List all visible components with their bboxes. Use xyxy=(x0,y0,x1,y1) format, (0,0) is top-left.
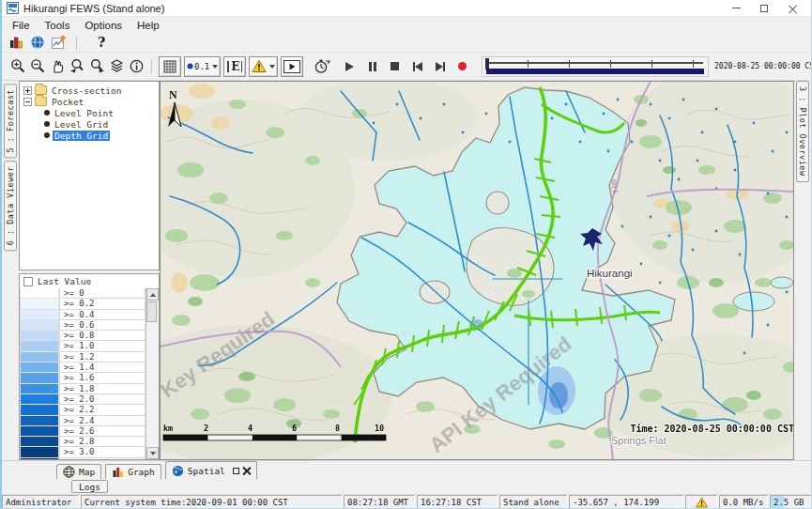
time-step-button[interactable] xyxy=(313,57,331,76)
collapse-icon[interactable] xyxy=(23,98,32,106)
bullet-icon xyxy=(44,132,50,138)
data-display-button[interactable] xyxy=(7,33,25,52)
record-button[interactable] xyxy=(454,59,470,74)
legend-row[interactable]: >= 2.0 xyxy=(20,394,146,405)
left-tab-strip: 5 : Forecast 6 : Data Viewer xyxy=(2,81,19,460)
zoom-out-button[interactable] xyxy=(28,57,47,76)
tree-item-depth-grid[interactable]: Depth Grid xyxy=(20,130,159,141)
expand-icon[interactable] xyxy=(23,86,32,95)
previous-frame-button[interactable] xyxy=(409,59,425,74)
legend-color-swatch xyxy=(20,288,59,299)
legend-row[interactable]: >= 0.4 xyxy=(20,310,146,320)
legend-row[interactable]: >= 2.4 xyxy=(20,416,146,426)
legend-row[interactable]: >= 0.8 xyxy=(20,331,146,341)
tree-item-pocket[interactable]: Pocket xyxy=(20,96,159,107)
tab-spatial[interactable]: Spatial xyxy=(165,461,257,479)
bottom-tab-bar: Map Graph Spatial xyxy=(2,460,811,479)
minimize-icon[interactable] xyxy=(722,0,750,16)
zoom-previous-button[interactable] xyxy=(68,57,86,76)
legend-row[interactable]: >= 1.6 xyxy=(20,373,146,383)
menu-item[interactable]: Tools xyxy=(38,19,78,32)
legend-row-label: >= 3.2 xyxy=(59,458,146,459)
tree-item-label: Pocket xyxy=(50,97,85,107)
status-network-speed: 0.0 MB/s xyxy=(719,495,768,509)
scroll-up-icon[interactable] xyxy=(146,288,159,301)
app-icon xyxy=(7,2,19,14)
legend-scrollbar[interactable] xyxy=(146,288,159,459)
help-button[interactable]: ? xyxy=(98,35,105,50)
main-area: 5 : Forecast 6 : Data Viewer Cross-secti… xyxy=(2,81,811,460)
logs-button[interactable]: Logs xyxy=(71,480,108,493)
tab-data-viewer[interactable]: 6 : Data Viewer xyxy=(4,161,17,251)
legend-row[interactable]: >= 2.6 xyxy=(20,426,146,437)
legend-row[interactable]: >= 3.0 xyxy=(20,447,146,457)
legend-row-label: >= 0.4 xyxy=(59,310,146,320)
time-slider-range-bar xyxy=(486,69,704,74)
scroll-down-icon[interactable] xyxy=(146,447,159,459)
info-icon xyxy=(129,58,145,74)
grid-icon xyxy=(163,60,176,73)
menu-item[interactable]: Help xyxy=(130,19,167,32)
tab-maximize-icon[interactable] xyxy=(233,468,239,474)
next-frame-button[interactable] xyxy=(432,59,448,74)
timeseries-display-button[interactable] xyxy=(50,33,69,52)
map-display-button[interactable] xyxy=(28,33,47,52)
legend-row-label: >= 0.6 xyxy=(59,320,146,331)
status-user: Administrator xyxy=(2,495,79,509)
info-button[interactable] xyxy=(127,57,146,76)
legend-row-label: >= 1.6 xyxy=(59,373,146,383)
tab-label: Map xyxy=(79,467,95,477)
application-window: { "window": { "title": "Hikurangi FEWS (… xyxy=(0,0,812,509)
status-warning-cell[interactable] xyxy=(685,495,717,509)
tree-item-level-grid[interactable]: Level Grid xyxy=(20,118,159,130)
legend-row[interactable]: >= 0 xyxy=(20,288,146,299)
layers-button[interactable] xyxy=(107,57,126,76)
legend-row[interactable]: >= 2.2 xyxy=(20,405,146,415)
zoom-in-button[interactable] xyxy=(8,57,27,76)
animation-panel-button[interactable] xyxy=(281,56,303,77)
right-tab-strip: 3 : Plot Overview xyxy=(794,81,811,460)
tree-item-label: Level Point xyxy=(53,108,115,118)
close-icon[interactable] xyxy=(778,0,806,16)
tab-label: Spatial xyxy=(188,466,225,476)
status-system-time: Current system time:2020-09-01 00:00 CST xyxy=(81,495,342,509)
tree-item-level-point[interactable]: Level Point xyxy=(20,107,159,118)
tab-plot-overview[interactable]: 3 : Plot Overview xyxy=(796,81,809,182)
tab-forecast[interactable]: 5 : Forecast xyxy=(4,84,17,158)
tab-graph[interactable]: Graph xyxy=(105,464,161,479)
legend-body: >= 0 >= 0.2 >= 0.4 xyxy=(20,288,159,459)
legend-row[interactable]: >= 1.2 xyxy=(20,352,146,362)
legend-row[interactable]: >= 1.8 xyxy=(20,384,146,394)
grid-display-button[interactable] xyxy=(159,56,181,77)
legend-row[interactable]: >= 1.0 xyxy=(20,341,146,351)
legend-row[interactable]: >= 0.2 xyxy=(20,299,146,309)
class-interval-dropdown[interactable]: 0.1 xyxy=(184,56,221,77)
legend-color-swatch xyxy=(20,437,59,447)
zoom-next-button[interactable] xyxy=(87,57,106,76)
scrollbar-thumb[interactable] xyxy=(146,301,157,322)
toolbar-separator xyxy=(151,59,152,73)
show-map-legend-button[interactable]: E xyxy=(223,56,246,77)
legend-row[interactable]: >= 2.8 xyxy=(20,437,146,447)
play-button[interactable] xyxy=(342,59,358,74)
scale-tick-label: 10 xyxy=(375,424,384,433)
time-slider[interactable] xyxy=(482,56,709,77)
pause-button[interactable] xyxy=(364,59,380,74)
map-viewport[interactable]: Hikurangi Springs Flat SH 1 API Key Requ… xyxy=(160,81,794,460)
tab-close-icon[interactable] xyxy=(243,467,251,474)
legend-row[interactable]: >= 1.4 xyxy=(20,362,146,373)
maximize-icon[interactable] xyxy=(750,0,778,16)
thresholds-dropdown[interactable] xyxy=(249,56,278,77)
legend-row[interactable]: >= 0.6 xyxy=(20,320,146,331)
legend-color-swatch xyxy=(20,384,59,394)
last-value-checkbox[interactable] xyxy=(23,277,33,286)
legend-row-label: >= 2.2 xyxy=(59,405,146,415)
pan-button[interactable] xyxy=(48,57,67,76)
menu-item[interactable]: Options xyxy=(77,19,130,32)
stop-button[interactable] xyxy=(387,59,403,74)
current-time-label: 2020-08-25 00:00:00 CST xyxy=(714,62,808,70)
warning-triangle-icon xyxy=(252,59,267,73)
menu-item[interactable]: File xyxy=(5,19,38,32)
tab-map[interactable]: Map xyxy=(56,464,101,479)
legend-row[interactable]: >= 3.2 xyxy=(20,458,146,459)
